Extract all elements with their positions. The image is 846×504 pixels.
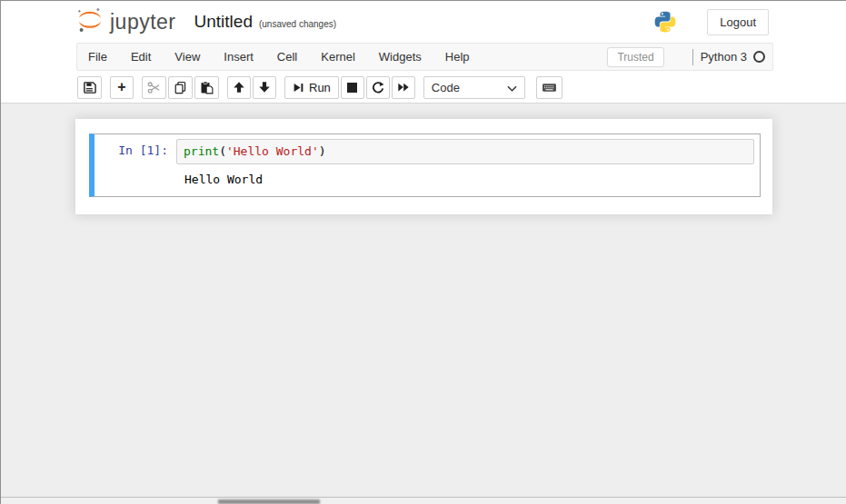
move-down-icon [258,81,271,94]
notebook-toolbar: + [1,72,846,104]
notebook-panel: In [1]: print('Hello World') Hello World [1,104,846,498]
menu-file[interactable]: File [77,44,119,70]
paste-cell-button[interactable] [194,76,219,99]
interrupt-kernel-icon [347,83,357,93]
paste-icon [200,81,214,94]
save-button[interactable] [77,76,102,99]
fast-forward-icon [397,81,410,94]
kernel-name: Python 3 [701,50,747,64]
move-cell-down-button[interactable] [253,76,276,99]
save-icon [83,81,96,94]
browser-status-artifact [218,499,320,504]
run-all-button[interactable] [392,76,415,99]
checkpoint-status: (unsaved changes) [259,19,336,29]
menu-kernel[interactable]: Kernel [309,44,367,70]
menu-insert[interactable]: Insert [212,44,265,70]
code-line: print('Hello World') [184,144,747,159]
copy-cell-button[interactable] [168,76,193,99]
interrupt-kernel-button[interactable] [341,76,364,99]
input-prompt: In [1]: [95,139,176,158]
cell-output-text: Hello World [184,173,263,191]
move-up-icon [233,81,245,94]
add-cell-below-button[interactable]: + [110,76,134,99]
cell-output-row: Hello World [95,173,754,191]
kernel-idle-indicator-icon [753,51,765,63]
code-token-function: print [184,144,219,158]
menu-help[interactable]: Help [433,44,482,70]
window-bottom-edge [1,497,846,504]
chevron-down-icon [507,81,517,94]
jupyter-wordmark: jupyter [110,10,176,35]
code-token-paren-close: ) [319,144,326,158]
notebook-header: jupyter Untitled (unsaved changes) Logou… [1,1,846,43]
move-cell-up-button[interactable] [227,76,251,99]
code-editor[interactable]: print('Hello World') [176,139,754,164]
keyboard-icon [542,82,557,94]
cell-type-value: Code [432,81,460,94]
logout-button[interactable]: Logout [707,9,769,35]
cut-cell-button[interactable] [142,76,166,99]
kernel-divider [692,49,693,65]
code-token-string: 'Hello World' [226,144,319,158]
cell-type-select[interactable]: Code [423,76,525,99]
jupyter-planet-icon [76,6,104,37]
jupyter-logo[interactable]: jupyter [76,6,176,37]
menubar-row: File Edit View Insert Cell Kernel Widget… [1,43,846,72]
copy-icon [174,81,187,94]
run-cell-button[interactable]: Run [284,76,339,99]
trusted-badge[interactable]: Trusted [607,47,663,67]
python-logo-icon [653,10,677,34]
code-cell-selected[interactable]: In [1]: print('Hello World') Hello World [89,133,761,197]
step-forward-icon [293,82,304,94]
cell-input-row: In [1]: print('Hello World') [95,139,754,164]
notebook-container: In [1]: print('Hello World') Hello World [75,119,772,214]
run-label: Run [309,81,331,94]
add-cell-below-icon: + [117,80,125,94]
cut-icon [147,81,161,94]
restart-kernel-button[interactable] [366,76,390,99]
menu-widgets[interactable]: Widgets [367,44,433,70]
menubar: File Edit View Insert Cell Kernel Widget… [76,43,773,71]
menu-edit[interactable]: Edit [119,44,163,70]
menu-view[interactable]: View [163,44,212,70]
notebook-title[interactable]: Untitled [194,12,253,32]
output-prompt-spacer [95,173,184,191]
command-palette-button[interactable] [536,76,562,99]
code-token-paren-open: ( [219,144,226,158]
menu-cell[interactable]: Cell [265,44,309,70]
restart-kernel-icon [372,81,384,94]
